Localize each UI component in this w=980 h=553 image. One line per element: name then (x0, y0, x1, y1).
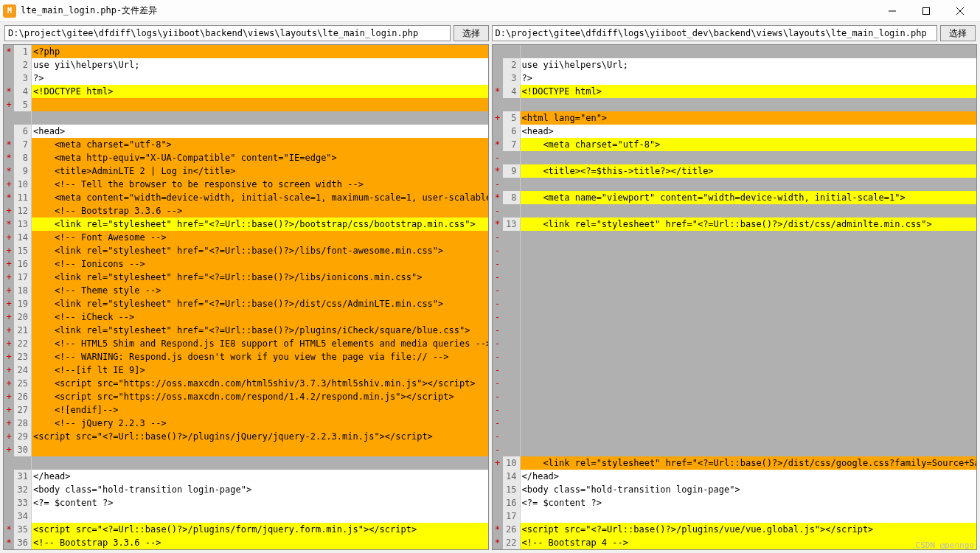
diff-line[interactable]: *8 <meta name="viewport" content="width=… (493, 191, 977, 204)
diff-line[interactable]: *26<script src="<?=Url::base()?>/plugins… (493, 523, 977, 536)
code-text: <script src="https://oss.maxcdn.com/resp… (32, 390, 488, 403)
line-number: 3 (14, 72, 32, 85)
diff-line[interactable]: +15 <link rel="stylesheet" href="<?=Url:… (4, 244, 488, 257)
diff-line[interactable]: - (493, 417, 977, 430)
diff-line[interactable]: +29<script src="<?=Url::base()?>/plugins… (4, 430, 488, 443)
diff-line[interactable]: 17 (493, 509, 977, 523)
diff-line[interactable]: *11 <meta content="width=device-width, i… (4, 191, 488, 204)
minimize-button[interactable] (875, 0, 909, 22)
diff-line[interactable]: - (493, 443, 977, 456)
diff-line[interactable]: *9 <title>AdminLTE 2 | Log in</title> (4, 164, 488, 178)
diff-line[interactable]: *35<script src="<?=Url::base()?>/plugins… (4, 523, 488, 536)
line-number: 21 (14, 324, 32, 337)
diff-line[interactable]: - (493, 257, 977, 271)
diff-line[interactable]: - (493, 204, 977, 218)
diff-line[interactable]: - (493, 310, 977, 324)
diff-line[interactable]: +10 <link rel="stylesheet" href="<?=Url:… (493, 456, 977, 470)
diff-line[interactable]: - (493, 350, 977, 364)
code-text (521, 284, 977, 297)
left-pane[interactable]: *1<?php2use yii\helpers\Url;3?>*4<!DOCTY… (3, 44, 489, 550)
right-select-button[interactable]: 选择 (940, 25, 976, 41)
code-text: <!DOCTYPE html> (32, 85, 488, 98)
diff-line[interactable]: +16 <!-- Ionicons --> (4, 257, 488, 271)
diff-line[interactable]: 6<head> (493, 125, 977, 138)
diff-marker: - (493, 390, 503, 403)
line-number: 13 (14, 218, 32, 231)
diff-line[interactable]: *9 <title><?=$this->title?></title> (493, 164, 977, 178)
diff-line[interactable]: 16<?= $content ?> (493, 496, 977, 509)
diff-line[interactable]: - (493, 231, 977, 244)
diff-line[interactable]: *13 <link rel="stylesheet" href="<?=Url:… (4, 218, 488, 231)
diff-line[interactable]: *4<!DOCTYPE html> (493, 85, 977, 98)
code-text: <head> (521, 125, 977, 138)
diff-line[interactable]: - (493, 377, 977, 390)
code-text: <script src="<?=Url::base()?>/plugins/fo… (32, 523, 488, 536)
diff-line[interactable]: +27 <![endif]--> (4, 403, 488, 417)
line-number: 14 (503, 470, 521, 483)
diff-line[interactable]: +26 <script src="https://oss.maxcdn.com/… (4, 390, 488, 403)
diff-line[interactable]: +28 <!-- jQuery 2.2.3 --> (4, 417, 488, 430)
diff-line[interactable]: - (493, 430, 977, 443)
diff-line[interactable]: *22<!-- Bootstrap 4 --> (493, 536, 977, 549)
diff-line[interactable]: +25 <script src="https://oss.maxcdn.com/… (4, 377, 488, 390)
diff-line[interactable]: 2use yii\helpers\Url; (4, 58, 488, 72)
close-button[interactable] (943, 0, 977, 22)
diff-line[interactable]: 33<?= $content ?> (4, 496, 488, 509)
diff-line[interactable]: *4<!DOCTYPE html> (4, 85, 488, 98)
diff-line[interactable]: 34 (4, 509, 488, 523)
line-number (14, 456, 32, 470)
diff-line[interactable]: *1<?php (4, 45, 488, 58)
diff-line[interactable]: *7 <meta charset="utf-8"> (4, 138, 488, 151)
diff-line[interactable]: - (493, 297, 977, 310)
diff-line[interactable]: 31</head> (4, 470, 488, 483)
diff-line[interactable]: +19 <link rel="stylesheet" href="<?=Url:… (4, 297, 488, 310)
diff-line[interactable]: - (493, 403, 977, 417)
diff-line[interactable]: - (493, 151, 977, 164)
diff-line[interactable]: +22 <!-- HTML5 Shim and Respond.js IE8 s… (4, 337, 488, 350)
diff-line[interactable]: *36<!-- Bootstrap 3.3.6 --> (4, 536, 488, 549)
diff-line[interactable]: *13 <link rel="stylesheet" href="<?=Url:… (493, 218, 977, 231)
diff-line[interactable]: +18 <!-- Theme style --> (4, 284, 488, 297)
diff-line[interactable] (4, 111, 488, 125)
diff-line[interactable]: - (493, 390, 977, 403)
right-path-input[interactable] (492, 25, 938, 41)
diff-line[interactable]: +5<html lang="en"> (493, 111, 977, 125)
diff-line[interactable] (493, 45, 977, 58)
diff-line[interactable]: +12 <!-- Bootstrap 3.3.6 --> (4, 204, 488, 218)
diff-line[interactable]: +10 <!-- Tell the browser to be responsi… (4, 178, 488, 191)
diff-line[interactable]: 15<body class="hold-transition login-pag… (493, 483, 977, 496)
diff-line[interactable]: - (493, 337, 977, 350)
diff-line[interactable]: +5 (4, 98, 488, 111)
diff-line[interactable]: 32<body class="hold-transition login-pag… (4, 483, 488, 496)
diff-line[interactable]: *8 <meta http-equiv="X-UA-Compatible" co… (4, 151, 488, 164)
left-path-input[interactable] (4, 25, 451, 41)
right-pane[interactable]: 2use yii\helpers\Url;3?>*4<!DOCTYPE html… (492, 44, 978, 550)
diff-line[interactable]: 14</head> (493, 470, 977, 483)
diff-line[interactable] (493, 98, 977, 111)
diff-line[interactable]: 6<head> (4, 125, 488, 138)
diff-line[interactable] (4, 456, 488, 470)
diff-line[interactable]: +14 <!-- Font Awesome --> (4, 231, 488, 244)
diff-line[interactable]: *7 <meta charset="utf-8"> (493, 138, 977, 151)
line-number: 7 (503, 138, 521, 151)
line-number: 2 (14, 58, 32, 72)
diff-line[interactable]: +20 <!-- iCheck --> (4, 310, 488, 324)
diff-line[interactable]: - (493, 178, 977, 191)
diff-line[interactable]: - (493, 244, 977, 257)
diff-line[interactable]: +30 (4, 443, 488, 456)
code-text: <meta content="width=device-width, initi… (32, 191, 488, 204)
left-select-button[interactable]: 选择 (453, 25, 489, 41)
diff-line[interactable]: +24 <!--[if lt IE 9]> (4, 364, 488, 377)
diff-line[interactable]: 3?> (4, 72, 488, 85)
diff-line[interactable]: 2use yii\helpers\Url; (493, 58, 977, 72)
diff-line[interactable]: - (493, 271, 977, 284)
maximize-button[interactable] (909, 0, 943, 22)
diff-line[interactable]: - (493, 284, 977, 297)
diff-line[interactable]: +23 <!-- WARNING: Respond.js doesn't wor… (4, 350, 488, 364)
diff-line[interactable]: +21 <link rel="stylesheet" href="<?=Url:… (4, 324, 488, 337)
diff-line[interactable]: +17 <link rel="stylesheet" href="<?=Url:… (4, 271, 488, 284)
diff-line[interactable]: - (493, 364, 977, 377)
code-text (32, 509, 488, 523)
diff-line[interactable]: 3?> (493, 72, 977, 85)
diff-line[interactable]: - (493, 324, 977, 337)
